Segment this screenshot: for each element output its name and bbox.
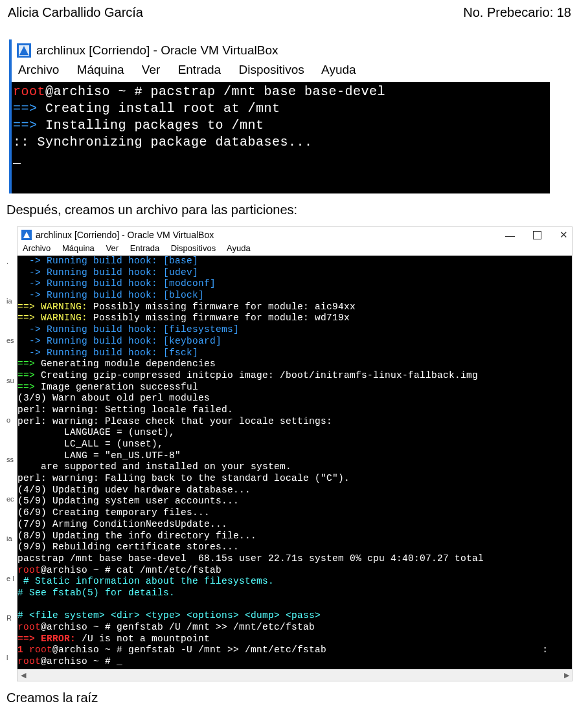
menu-ver-1[interactable]: Ver: [142, 63, 161, 76]
term-line: Possibly missing firmware for module: ai…: [93, 302, 356, 312]
sliver-text: su: [6, 377, 17, 385]
term-line: -> Running build hook: [modconf]: [17, 278, 216, 289]
term-line: are supported and installed on your syst…: [17, 461, 291, 472]
term-line: @archiso ~ # genfstab /U /mnt >> /mnt/et…: [41, 622, 315, 632]
prompt-user: root: [17, 656, 41, 667]
term-line: @archiso ~ # _: [41, 656, 122, 667]
term-line: (8/9) Updating the info directory file..…: [17, 531, 256, 541]
term-line: :: Synchronizing package databases...: [13, 135, 313, 149]
menu-ayuda-2[interactable]: Ayuda: [227, 243, 251, 253]
window-titlebar-2: archlinux [Corriendo] - Oracle VM Virtua…: [17, 227, 572, 242]
maximize-button[interactable]: [533, 231, 541, 239]
sliver-text: e l: [6, 575, 17, 583]
sliver-text: o: [6, 416, 17, 425]
term-line: /U is not a mountpoint: [82, 634, 210, 644]
term-line: # See fstab(5) for details.: [17, 588, 175, 598]
prompt-user: root: [17, 565, 41, 575]
menu-archivo-2[interactable]: Archivo: [23, 243, 51, 253]
sliver-text: es: [6, 336, 17, 345]
arrow: ==>: [13, 101, 45, 116]
window-controls: — ✕: [505, 229, 568, 241]
term-line: Creating install root at /mnt: [45, 101, 280, 116]
menu-maquina-1[interactable]: Máquina: [77, 63, 124, 76]
minimize-button[interactable]: —: [505, 230, 515, 241]
arrow: ==>: [13, 118, 45, 133]
term-line: Image generation successful: [41, 382, 198, 392]
term-line: (4/9) Updating udev hardware database...: [17, 485, 251, 495]
body-text-2: Creamos la raíz: [6, 690, 573, 705]
term-line: (6/9) Creating temporary files...: [17, 507, 210, 518]
arrow: ==>: [17, 358, 41, 369]
sliver-text: R: [6, 614, 17, 623]
virtualbox-icon: [17, 43, 31, 58]
term-line: -> Running build hook: [udev]: [17, 267, 198, 278]
term-line: Generating module dependencies: [41, 358, 216, 369]
term-line: LANG = "en_US.UTF-8": [17, 450, 181, 461]
window-title-2: archlinux [Corriendo] - Oracle VM Virtua…: [36, 230, 214, 240]
term-line: -> Running build hook: [filesystems]: [17, 324, 239, 335]
sliver-text: ec: [6, 495, 17, 503]
screenshot-2-container: . ia es su o ss ec ia e l R l si archlin…: [6, 226, 573, 681]
scroll-right-icon[interactable]: ▶: [561, 670, 572, 681]
term-line: (9/9) Rebuilding certificate stores...: [17, 542, 239, 552]
virtualbox-window-1: archlinux [Corriendo] - Oracle VM Virtua…: [9, 39, 550, 193]
exit-code: 1: [17, 645, 29, 655]
sliver-text: ia: [6, 297, 17, 305]
prompt-rest: @archiso ~ # pacstrap /mnt base base-dev…: [45, 84, 385, 99]
menu-maquina-2[interactable]: Máquina: [62, 243, 95, 253]
term-line: -> Running build hook: [fsck]: [17, 347, 198, 358]
term-line: (5/9) Updating system user accounts...: [17, 496, 239, 506]
menubar-1: Archivo Máquina Ver Entrada Dispositivos…: [12, 60, 550, 82]
sliver-text: .: [6, 258, 17, 266]
cursor: _: [13, 151, 21, 166]
menubar-2: Archivo Máquina Ver Entrada Dispositivos…: [17, 242, 572, 256]
menu-entrada-2[interactable]: Entrada: [130, 243, 160, 253]
term-line: (7/9) Arming ConditionNeedsUpdate...: [17, 519, 227, 529]
term-line: perl: warning: Setting locale failed.: [17, 404, 233, 415]
window-title-1: archlinux [Corriendo] - Oracle VM Virtua…: [36, 43, 278, 58]
error-prefix: ==> ERROR:: [17, 634, 82, 644]
sliver-text: l: [6, 654, 17, 662]
term-line: @archiso ~ # cat /mnt/etc/fstab: [41, 565, 221, 575]
window-titlebar-1: archlinux [Corriendo] - Oracle VM Virtua…: [12, 39, 550, 60]
prompt-user: root: [17, 622, 41, 632]
term-line: -> Running build hook: [block]: [17, 290, 204, 300]
menu-dispositivos-1[interactable]: Dispositivos: [238, 63, 304, 76]
scroll-left-icon[interactable]: ◀: [17, 670, 28, 681]
warn-prefix: ==> WARNING:: [17, 313, 93, 323]
menu-dispositivos-2[interactable]: Dispositivos: [171, 243, 216, 253]
term-line: -> Running build hook: [keyboard]: [17, 336, 221, 346]
term-line: perl: warning: Falling back to the stand…: [17, 473, 350, 483]
prompt-user: root: [29, 645, 52, 655]
virtualbox-icon: [21, 230, 32, 240]
prebecario-number: No. Prebecario: 18: [463, 5, 571, 20]
arrow: ==>: [17, 382, 41, 392]
horizontal-scrollbar[interactable]: ◀ ▶: [17, 669, 572, 681]
menu-ver-2[interactable]: Ver: [106, 243, 119, 253]
close-button[interactable]: ✕: [560, 229, 568, 241]
warn-prefix: ==> WARNING:: [17, 302, 93, 312]
prompt-user: root: [13, 84, 45, 99]
term-line: (3/9) Warn about old perl modules: [17, 393, 210, 403]
menu-ayuda-1[interactable]: Ayuda: [321, 63, 356, 76]
page-header: Alicia Carballido García No. Prebecario:…: [6, 5, 573, 20]
virtualbox-window-2: archlinux [Corriendo] - Oracle VM Virtua…: [17, 226, 573, 681]
term-line: @archiso ~ # genfstab -U /mnt >> /mnt/et…: [52, 645, 326, 655]
term-line: LANGUAGE = (unset),: [17, 427, 175, 437]
background-text-sliver: . ia es su o ss ec ia e l R l si: [6, 226, 17, 667]
menu-entrada-1[interactable]: Entrada: [178, 63, 221, 76]
sliver-text: ia: [6, 535, 17, 543]
terminal-2: -> Running build hook: [base] -> Running…: [17, 256, 572, 669]
term-line: -> Running build hook: [base]: [17, 256, 198, 266]
terminal-1: root@archiso ~ # pacstrap /mnt base base…: [12, 82, 550, 193]
term-line: # Static information about the filesyste…: [17, 576, 274, 586]
sliver-text: ss: [6, 456, 17, 464]
term-line: Creating gzip-compressed initcpio image:…: [41, 370, 478, 381]
term-line: # <file system> <dir> <type> <options> <…: [17, 610, 321, 621]
menu-archivo-1[interactable]: Archivo: [18, 63, 59, 76]
body-text-1: Después, creamos un archivo para las par…: [6, 203, 573, 217]
term-line: pacstrap /mnt base base-devel 68.15s use…: [17, 553, 484, 564]
arrow: ==>: [17, 370, 41, 381]
term-line: Installing packages to /mnt: [45, 118, 264, 133]
author-name: Alicia Carballido García: [8, 5, 143, 20]
